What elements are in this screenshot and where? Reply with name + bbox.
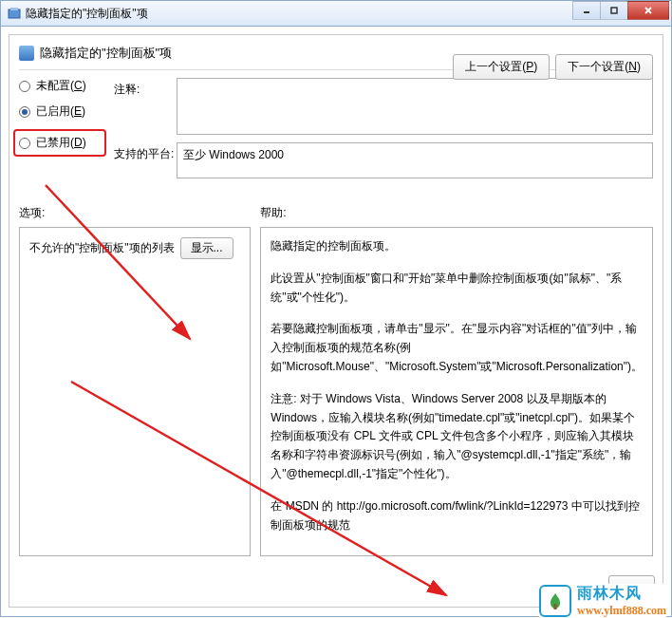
right-fields: 注释: 支持的平台: 至少 Windows 2000 [114,78,653,186]
nav-buttons: 上一个设置(P) 下一个设置(N) [453,54,653,80]
window-body: 隐藏指定的"控制面板"项 上一个设置(P) 下一个设置(N) 未配置(C) 已启… [0,27,672,617]
platform-box: 至少 Windows 2000 [177,142,653,178]
options-column: 选项: 不允许的"控制面板"项的列表 显示... [19,205,251,556]
radio-icon [19,81,30,92]
svg-rect-8 [554,604,557,609]
radio-label: 已启用(E) [36,103,85,120]
note-row: 注释: [114,78,653,135]
watermark-icon [539,585,571,617]
help-paragraph: 在 MSDN 的 http://go.microsoft.com/fwlink/… [271,497,643,535]
svg-rect-3 [611,8,617,13]
radio-group: 未配置(C) 已启用(E) 已禁用(D) [19,78,104,157]
help-label: 帮助: [260,205,653,221]
prev-label: 上一个设置( [465,60,526,73]
prev-suffix: ) [533,60,537,73]
help-paragraph: 注意: 对于 Windows Vista、Windows Server 2008… [271,390,643,484]
watermark-cn: 雨林木风 [577,584,666,604]
options-label: 选项: [19,205,251,221]
window-controls [573,1,669,20]
platform-row: 支持的平台: 至少 Windows 2000 [114,142,653,178]
radio-label: 未配置(C) [36,78,86,94]
platform-label: 支持的平台: [114,142,177,162]
config-row: 未配置(C) 已启用(E) 已禁用(D) 注释: [19,78,653,186]
radio-disabled[interactable]: 已禁用(D) [19,135,101,151]
help-box[interactable]: 隐藏指定的控制面板项。 此设置从"控制面板"窗口和"开始"菜单中删除控制面板项(… [260,227,653,556]
policy-icon [19,46,34,61]
titlebar: 隐藏指定的"控制面板"项 [0,0,672,27]
options-line: 不允许的"控制面板"项的列表 显示... [29,237,240,259]
radio-icon [19,106,30,118]
prev-setting-button[interactable]: 上一个设置(P) [453,54,550,80]
note-textarea[interactable] [177,78,653,135]
app-icon [7,6,22,21]
help-paragraph: 此设置从"控制面板"窗口和"开始"菜单中删除控制面板项(如"鼠标"、"系统"或"… [271,270,643,308]
watermark-url: www.ylmf888.com [577,604,666,618]
titlebar-text: 隐藏指定的"控制面板"项 [26,6,148,22]
help-column: 帮助: 隐藏指定的控制面板项。 此设置从"控制面板"窗口和"开始"菜单中删除控制… [260,205,653,556]
close-button[interactable] [627,1,669,20]
next-key: N [628,60,637,73]
watermark-text: 雨林木风 www.ylmf888.com [577,584,666,618]
annotation-highlight-box: 已禁用(D) [13,129,106,157]
minimize-button[interactable] [572,1,601,20]
options-box: 不允许的"控制面板"项的列表 显示... [19,227,251,556]
next-label: 下一个设置( [568,60,628,73]
note-label: 注释: [114,78,177,98]
next-setting-button[interactable]: 下一个设置(N) [555,54,653,80]
radio-icon [19,138,30,149]
radio-label: 已禁用(D) [36,135,86,151]
inner-panel: 隐藏指定的"控制面板"项 上一个设置(P) 下一个设置(N) 未配置(C) 已启… [9,34,663,608]
page-title: 隐藏指定的"控制面板"项 [40,45,172,62]
next-suffix: ) [637,60,641,73]
help-paragraph: 若要隐藏控制面板项，请单击"显示"。在"显示内容"对话框的"值"列中，输入控制面… [271,320,643,376]
maximize-button[interactable] [600,1,628,20]
svg-rect-1 [10,8,18,10]
show-button[interactable]: 显示... [180,237,233,259]
options-list-label: 不允许的"控制面板"项的列表 [29,239,175,258]
radio-not-configured[interactable]: 未配置(C) [19,78,104,94]
radio-enabled[interactable]: 已启用(E) [19,103,104,120]
watermark: 雨林木风 www.ylmf888.com [539,584,666,618]
lower-columns: 选项: 不允许的"控制面板"项的列表 显示... 帮助: 隐藏指定的控制面板项。… [19,205,653,556]
svg-rect-0 [9,9,20,18]
help-paragraph: 隐藏指定的控制面板项。 [271,237,643,256]
